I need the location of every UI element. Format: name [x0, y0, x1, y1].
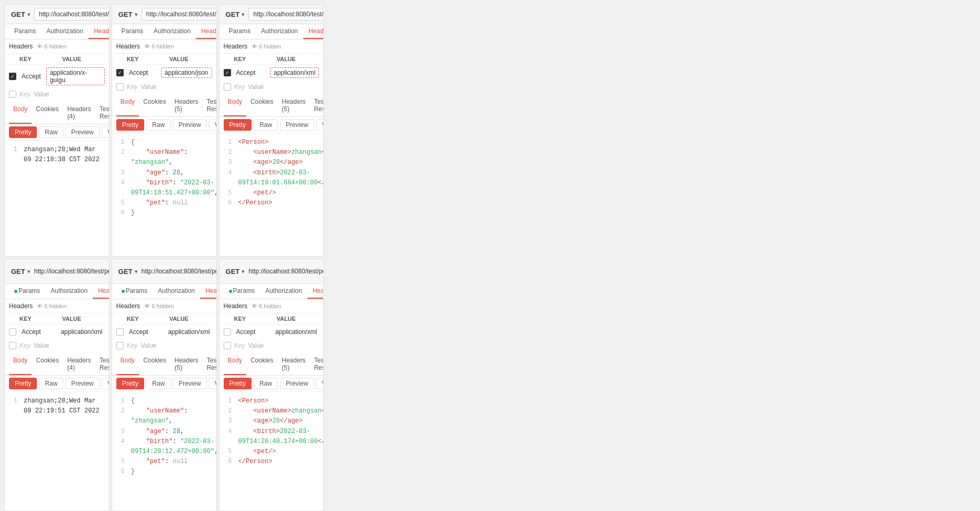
body-tab-test-results[interactable]: Test Results [95, 103, 109, 124]
body-tab-headers--5-[interactable]: Headers (5) [277, 95, 309, 116]
nav-tab-params[interactable]: Params [9, 284, 45, 299]
resp-btn-preview[interactable]: Preview [173, 378, 207, 389]
resp-btn-pretty[interactable]: Pretty [9, 126, 37, 138]
resp-btn-raw[interactable]: Raw [254, 378, 278, 389]
resp-btn-pretty[interactable]: Pretty [116, 378, 144, 389]
nav-tab-authorization[interactable]: Authorization [153, 284, 200, 299]
body-tab-body[interactable]: Body [116, 354, 139, 375]
nav-tab-params[interactable]: Params [224, 24, 256, 39]
nav-tab-authorization[interactable]: Authorization [260, 284, 307, 299]
body-tab-cookies[interactable]: Cookies [139, 354, 170, 375]
nav-tab-authorization[interactable]: Authorization [45, 284, 93, 299]
nav-tab-authorization[interactable]: Authorization [148, 24, 196, 39]
resp-btn-visualize[interactable]: Visualize [209, 119, 217, 131]
resp-btn-raw[interactable]: Raw [39, 378, 63, 389]
nav-tab-authorization[interactable]: Authorization [41, 24, 88, 39]
header-value-1: Value [141, 342, 156, 349]
url-input[interactable] [34, 8, 109, 21]
nav-tab-headers--7-[interactable]: Headers (7) [196, 24, 216, 39]
resp-btn-visualize[interactable]: Visualize [102, 378, 109, 389]
body-tab-cookies[interactable]: Cookies [139, 95, 170, 116]
method-select[interactable]: GET ▾ [116, 267, 139, 277]
col-headers: KEY VALUE [224, 313, 319, 325]
body-tab-body[interactable]: Body [224, 95, 246, 116]
resp-btn-preview[interactable]: Preview [65, 378, 99, 389]
resp-btn-pretty[interactable]: Pretty [116, 119, 144, 131]
body-tab-body[interactable]: Body [224, 354, 246, 375]
nav-tab-headers--7-[interactable]: Headers (7) [93, 284, 109, 299]
url-input[interactable] [142, 8, 217, 21]
resp-btn-raw[interactable]: Raw [146, 378, 171, 389]
nav-tab-params[interactable]: Params [9, 24, 41, 39]
nav-tab-headers--7-[interactable]: Headers (7) [303, 24, 324, 39]
nav-tab-authorization[interactable]: Authorization [256, 24, 303, 39]
body-tab-test-results[interactable]: Test Results [310, 95, 324, 116]
resp-btn-preview[interactable]: Preview [173, 119, 207, 131]
body-tab-headers--5-[interactable]: Headers (5) [170, 95, 202, 116]
nav-tab-params[interactable]: Params [224, 284, 260, 299]
resp-btn-pretty[interactable]: Pretty [224, 378, 252, 389]
nav-tab-params[interactable]: Params [116, 24, 148, 39]
method-arrow-icon: ▾ [135, 269, 137, 274]
resp-btn-preview[interactable]: Preview [65, 126, 99, 138]
body-tab-test-results[interactable]: Test Results [310, 354, 324, 375]
nav-tab-params[interactable]: Params [116, 284, 153, 299]
nav-tab-headers--7-[interactable]: Headers (7) [200, 284, 216, 299]
col-headers: KEY VALUE [9, 54, 105, 65]
body-tab-body[interactable]: Body [9, 103, 32, 124]
body-tab-headers--5-[interactable]: Headers (5) [170, 354, 202, 375]
url-input[interactable] [248, 8, 324, 21]
body-tab-cookies[interactable]: Cookies [246, 354, 277, 375]
resp-btn-visualize[interactable]: Visualize [316, 378, 324, 389]
resp-btn-raw[interactable]: Raw [254, 119, 278, 131]
body-tab-cookies[interactable]: Cookies [246, 95, 277, 116]
method-select[interactable]: GET ▾ [116, 9, 139, 19]
method-select[interactable]: GET ▾ [9, 267, 32, 277]
header-checkbox-0[interactable] [9, 73, 16, 80]
resp-btn-preview[interactable]: Preview [280, 119, 314, 131]
resp-btn-preview[interactable]: Preview [280, 378, 314, 389]
body-tab-cookies[interactable]: Cookies [32, 103, 63, 124]
header-checkbox-1[interactable] [9, 342, 16, 349]
line-number: 6 [224, 457, 232, 467]
header-checkbox-1[interactable] [224, 83, 231, 91]
code-line-6: 6 </Person> [224, 457, 319, 467]
method-arrow-icon: ▾ [135, 12, 137, 17]
resp-btn-pretty[interactable]: Pretty [224, 119, 252, 131]
code-area: 1 <Person> 2 <userName>zhangsan</userNam… [219, 133, 324, 256]
resp-btn-visualize[interactable]: Visualize [316, 119, 324, 131]
resp-btn-pretty[interactable]: Pretty [9, 378, 37, 389]
header-key-1: Key [19, 342, 31, 349]
method-select[interactable]: GET ▾ [9, 9, 32, 19]
header-checkbox-0[interactable] [116, 328, 124, 336]
body-tab-headers--4-[interactable]: Headers (4) [63, 354, 95, 375]
body-tab-test-results[interactable]: Test Results [203, 95, 217, 116]
header-checkbox-1[interactable] [9, 91, 16, 98]
body-tab-cookies[interactable]: Cookies [32, 354, 63, 375]
method-select[interactable]: GET ▾ [224, 267, 247, 277]
method-select[interactable]: GET ▾ [224, 9, 247, 19]
header-checkbox-0[interactable] [9, 328, 16, 336]
header-key-0: Accept [234, 327, 270, 337]
body-tab-headers--5-[interactable]: Headers (5) [277, 354, 309, 375]
header-checkbox-1[interactable] [116, 83, 124, 91]
header-checkbox-0[interactable] [224, 69, 231, 76]
body-tab-headers--4-[interactable]: Headers (4) [63, 103, 95, 124]
headers-label: Headers [116, 302, 140, 310]
resp-btn-raw[interactable]: Raw [39, 126, 63, 138]
header-checkbox-0[interactable] [224, 328, 231, 336]
body-tab-body[interactable]: Body [116, 95, 139, 116]
header-checkbox-1[interactable] [116, 342, 124, 349]
header-checkbox-1[interactable] [224, 342, 231, 349]
resp-btn-visualize[interactable]: Visualize [102, 126, 109, 138]
resp-btn-raw[interactable]: Raw [146, 119, 171, 131]
resp-btn-visualize[interactable]: Visualize [209, 378, 217, 389]
header-checkbox-0[interactable] [116, 69, 124, 76]
nav-tab-headers--7-[interactable]: Headers (7) [307, 284, 324, 299]
body-tabs-row: BodyCookiesHeaders (4)Test Results [5, 101, 109, 124]
body-tab-body[interactable]: Body [9, 354, 32, 375]
header-row-0: Acceptapplication/x-guigu [9, 65, 105, 88]
body-tab-test-results[interactable]: Test Results [203, 354, 217, 375]
nav-tab-headers--7-[interactable]: Headers (7) [88, 24, 109, 39]
body-tab-test-results[interactable]: Test Results [95, 354, 109, 375]
